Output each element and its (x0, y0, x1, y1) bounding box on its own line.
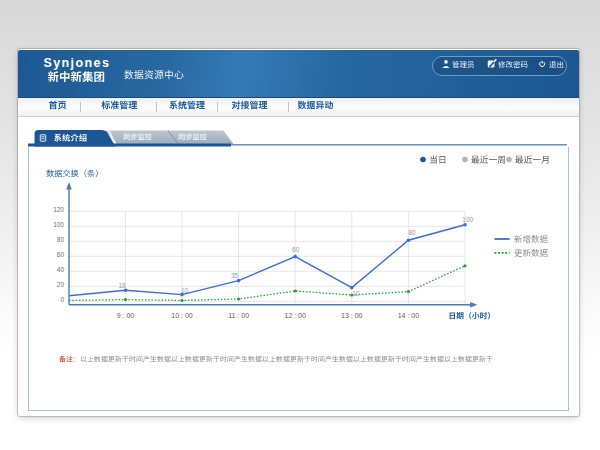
svg-text:13 : 00: 13 : 00 (341, 312, 363, 319)
svg-text:40: 40 (57, 266, 65, 273)
svg-text:14 : 00: 14 : 00 (398, 312, 420, 319)
svg-text:10: 10 (181, 287, 189, 294)
svg-text:60: 60 (292, 246, 300, 253)
svg-text:11 : 00: 11 : 00 (228, 312, 249, 319)
svg-text:18: 18 (118, 282, 126, 289)
svg-text:10 : 00: 10 : 00 (171, 312, 193, 319)
svg-text:120: 120 (53, 206, 64, 213)
svg-text:35: 35 (231, 272, 239, 279)
svg-text:9 : 00: 9 : 00 (117, 312, 135, 319)
svg-text:80: 80 (408, 229, 416, 236)
svg-text:60: 60 (57, 251, 65, 258)
svg-text:100: 100 (53, 221, 64, 228)
svg-text:12 : 00: 12 : 00 (284, 312, 306, 319)
svg-text:10: 10 (352, 290, 360, 297)
svg-text:80: 80 (57, 236, 65, 243)
svg-text:20: 20 (57, 281, 65, 288)
svg-text:0: 0 (60, 296, 64, 303)
svg-text:100: 100 (462, 216, 473, 223)
